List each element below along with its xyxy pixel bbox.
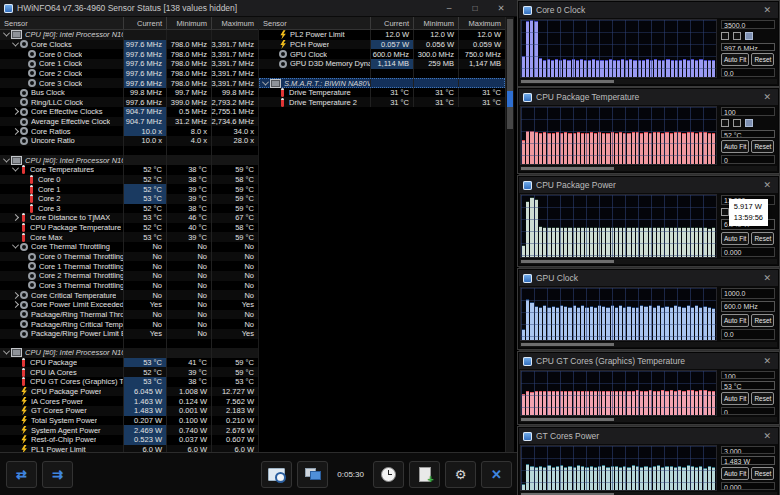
main-titlebar[interactable]: HWiNFO64 v7.36-4960 Sensor Status [138 v… [0, 0, 518, 17]
column-header-sensor[interactable]: Sensor [259, 19, 370, 28]
expander-icon[interactable] [11, 42, 20, 47]
sensor-row[interactable]: Average Effective Clock904.7 MHz31.2 MHz… [0, 117, 258, 127]
sensor-row[interactable]: S.M.A.R.T.: BIWIN NA80V1M10-... [259, 78, 505, 88]
reset-button[interactable]: Reset [751, 140, 774, 153]
sensor-row[interactable]: Core 152 °C39 °C59 °C [0, 184, 258, 194]
sensor-row[interactable]: Bus Clock99.8 MHz99.7 MHz99.8 MHz [0, 88, 258, 98]
auto-fit-button[interactable]: Auto Fit [721, 53, 749, 66]
sensor-row[interactable]: Core Clocks997.6 MHz798.0 MHz3,391.7 MHz [0, 40, 258, 50]
scrollbar-thumb[interactable] [507, 19, 513, 129]
sensor-row[interactable]: Core Critical TemperatureNoNoNo [0, 290, 258, 300]
graph-checkbox[interactable] [721, 119, 729, 127]
sensor-row[interactable]: Core 253 °C39 °C59 °C [0, 194, 258, 204]
sensor-row[interactable]: CPU GT Cores (Graphics) Tempera...53 °C3… [0, 377, 258, 387]
graph-scrollbar-thumb[interactable] [521, 260, 614, 263]
column-header-current[interactable]: Current [123, 17, 166, 29]
sensor-row[interactable]: GT Cores Power1.483 W0.001 W2.183 W [0, 406, 258, 416]
sensor-row[interactable]: GPU D3D Memory Dynamic1,114 MB259 MB1,14… [259, 59, 505, 69]
sensor-row[interactable]: Core Thermal ThrottlingNoNoNo [0, 242, 258, 252]
reset-button[interactable]: Reset [751, 467, 774, 480]
sensor-row[interactable]: Core 0 Clock997.6 MHz798.0 MHz3,391.7 MH… [0, 49, 258, 59]
expander-icon[interactable] [11, 244, 20, 249]
auto-fit-button[interactable]: Auto Fit [721, 392, 749, 405]
sensor-row[interactable]: Rest-of-Chip Power0.523 W0.037 W0.607 W [0, 435, 258, 445]
close-button[interactable]: ✕ [488, 3, 514, 13]
graph-scrollbar[interactable] [520, 79, 777, 84]
graph-scrollbar-thumb[interactable] [521, 418, 614, 421]
reset-button[interactable]: Reset [751, 314, 774, 327]
scale-max-value[interactable]: 1000.0 [721, 288, 775, 299]
expander-icon[interactable] [261, 81, 270, 86]
sensor-row[interactable]: IA Cores Power1.463 W0.124 W7.562 W [0, 396, 258, 406]
sensor-row[interactable]: Core Max53 °C39 °C59 °C [0, 232, 258, 242]
graph-titlebar[interactable]: Core 0 Clock✕ [519, 2, 778, 18]
sensor-row[interactable]: CPU [#0]: Intel Processor N100: E... [0, 348, 258, 358]
graph-titlebar[interactable]: CPU Package Power✕ [519, 177, 778, 193]
graph-scrollbar[interactable] [520, 259, 777, 264]
expander-icon[interactable] [11, 167, 20, 172]
sensor-row[interactable]: CPU Package53 °C41 °C59 °C [0, 358, 258, 368]
graph-scrollbar-thumb[interactable] [521, 167, 614, 170]
expander-icon[interactable] [11, 302, 20, 307]
scale-min-value[interactable]: 0 [721, 407, 775, 415]
expander-icon[interactable] [2, 350, 11, 355]
sensor-row[interactable]: Core 352 °C38 °C59 °C [0, 204, 258, 214]
graph-titlebar[interactable]: CPU GT Cores (Graphics) Temperature✕ [519, 353, 778, 369]
column-header-minimum[interactable]: Minimum [166, 17, 211, 29]
graph-checkbox[interactable] [745, 32, 753, 40]
scale-min-value[interactable]: 0.0 [721, 68, 775, 77]
toolbar-close-button[interactable]: ✕ [481, 461, 512, 488]
expander-icon[interactable] [11, 129, 20, 134]
scale-min-value[interactable]: 0.000 [721, 247, 775, 257]
auto-fit-button[interactable]: Auto Fit [721, 467, 749, 480]
close-icon[interactable]: ✕ [760, 180, 774, 190]
monitor-search-button[interactable] [261, 461, 292, 488]
close-icon[interactable]: ✕ [760, 356, 774, 366]
column-header-minimum[interactable]: Minimum [413, 17, 458, 29]
sensor-row[interactable]: Core Ratios10.0 x8.0 x34.0 x [0, 126, 258, 136]
sensor-row[interactable]: Package/Ring Thermal ThrottlingNoNoNo [0, 310, 258, 320]
vertical-scrollbar[interactable] [505, 17, 514, 452]
reset-button[interactable]: Reset [751, 392, 774, 405]
auto-fit-button[interactable]: Auto Fit [721, 314, 749, 327]
sensor-row[interactable]: PCH Power0.057 W0.056 W0.059 W [259, 40, 505, 50]
scale-min-value[interactable]: 0.0 [721, 329, 775, 340]
sensor-row[interactable]: PL1 Power Limit6.0 W6.0 W6.0 W [0, 445, 258, 452]
sensor-row[interactable]: Total System Power0.207 W0.100 W0.210 W [0, 416, 258, 426]
expander-icon[interactable] [11, 109, 20, 114]
clock-button[interactable] [373, 461, 404, 488]
column-header-current[interactable]: Current [370, 17, 413, 29]
scale-max-value[interactable]: 100 [721, 107, 775, 116]
settings-button[interactable]: ⚙ [445, 461, 476, 488]
sensor-row[interactable]: Core 0 Thermal ThrottlingNoNoNo [0, 252, 258, 262]
sensor-row[interactable]: CPU Package Power6.045 W1.008 W12.727 W [0, 387, 258, 397]
scale-max-value[interactable]: 3.000 [721, 446, 775, 454]
forward-columns-button[interactable]: ⇉ [42, 461, 73, 488]
remote-monitoring-button[interactable] [297, 461, 328, 488]
column-header-maximum[interactable]: Maximum [458, 17, 505, 29]
reset-button[interactable]: Reset [751, 232, 774, 245]
graph-checkbox[interactable] [733, 119, 741, 127]
sensor-row[interactable]: PL2 Power Limit12.0 W12.0 W12.0 W [259, 30, 505, 40]
sensor-row[interactable]: Core Effective Clocks904.7 MHz0.5 MHz2,7… [0, 107, 258, 117]
reset-button[interactable]: Reset [751, 53, 774, 66]
sensor-row[interactable]: Core 2 Thermal ThrottlingNoNoNo [0, 271, 258, 281]
sensor-row[interactable]: Core Power Limit ExceededYesNoYes [0, 300, 258, 310]
close-icon[interactable]: ✕ [760, 5, 774, 15]
sensor-row[interactable]: Ring/LLC Clock997.6 MHz399.0 MHz2,793.2 … [0, 97, 258, 107]
close-icon[interactable]: ✕ [760, 92, 774, 102]
sensor-row[interactable]: CPU IA Cores52 °C39 °C59 °C [0, 367, 258, 377]
sensor-row[interactable]: Core 1 Clock997.6 MHz798.0 MHz3,391.7 MH… [0, 59, 258, 69]
graph-scrollbar[interactable] [520, 166, 777, 171]
logging-button[interactable]: + [409, 461, 440, 488]
close-icon[interactable]: ✕ [760, 431, 774, 441]
graph-scrollbar-thumb[interactable] [521, 80, 614, 83]
sensor-row[interactable]: Core Temperatures52 °C38 °C59 °C [0, 165, 258, 175]
sensor-row[interactable]: Core 1 Thermal ThrottlingNoNoNo [0, 261, 258, 271]
graph-titlebar[interactable]: GT Cores Power✕ [519, 428, 778, 444]
graph-checkbox[interactable] [721, 32, 729, 40]
scale-max-value[interactable]: 100 [721, 371, 775, 379]
sensor-row[interactable]: Core Distance to TjMAX53 °C46 °C67 °C [0, 213, 258, 223]
graph-scrollbar-thumb[interactable] [521, 343, 614, 346]
expander-icon[interactable] [2, 158, 11, 163]
